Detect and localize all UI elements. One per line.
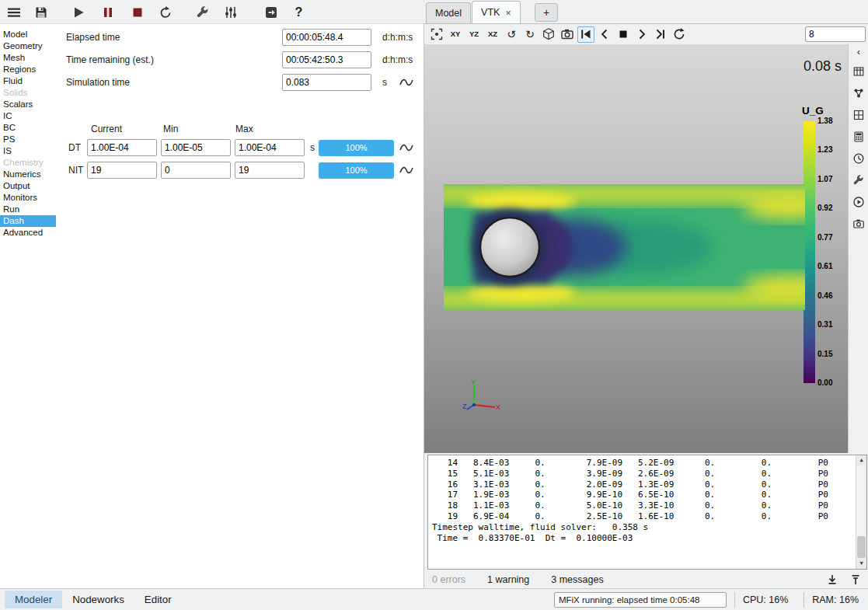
vtk-side-strip: ‹ xyxy=(848,44,868,453)
dash-panel: Elapsed time d:h:m:s Time remaining (est… xyxy=(56,24,424,588)
nit-min-input[interactable] xyxy=(161,162,231,179)
sidebar-item-model[interactable]: Model xyxy=(0,29,56,40)
sidebar-item-is[interactable]: IS xyxy=(0,145,56,157)
scroll-down-icon[interactable]: ▼ xyxy=(856,559,866,569)
previous-frame-icon[interactable] xyxy=(596,26,613,43)
frame-number-input[interactable] xyxy=(805,26,866,42)
console-line: 16 3.1E-03 0. 2.0E-09 1.3E-09 0. 0. P0 xyxy=(432,479,863,490)
sidebar-item-solids: Solids xyxy=(0,87,56,99)
console-line: Time = 0.83370E-01 Dt = 0.10000E-03 xyxy=(432,533,863,544)
nit-row-label: NIT xyxy=(68,165,83,176)
stop-playback-icon[interactable] xyxy=(615,26,632,43)
play-circle-icon[interactable] xyxy=(850,193,867,211)
nit-current-input[interactable] xyxy=(87,162,157,179)
run-icon[interactable] xyxy=(68,2,88,22)
rotate-ccw-icon[interactable]: ↺ xyxy=(503,26,520,43)
collapse-panel-icon[interactable]: ‹ xyxy=(857,46,860,58)
column-header-current: Current xyxy=(91,124,122,134)
tab-model-label: Model xyxy=(435,8,462,19)
next-frame-icon[interactable] xyxy=(633,26,650,43)
colorbar-ticks: 1.381.23 1.070.92 0.770.61 0.460.31 0.15… xyxy=(817,117,832,387)
settings-sliders-icon[interactable] xyxy=(221,2,240,22)
stop-icon[interactable] xyxy=(127,2,147,22)
sidebar-item-scalars[interactable]: Scalars xyxy=(0,99,56,110)
export-icon[interactable] xyxy=(261,2,281,22)
loop-playback-icon[interactable] xyxy=(671,26,688,43)
tab-editor[interactable]: Editor xyxy=(134,591,182,608)
dt-progress-bar: 100% xyxy=(319,140,394,156)
wrench-icon[interactable] xyxy=(193,2,212,22)
sidebar-item-monitors[interactable]: Monitors xyxy=(0,192,56,204)
simulation-time-input[interactable] xyxy=(282,74,371,91)
tool-wrench-icon[interactable] xyxy=(850,172,867,189)
nodes-icon[interactable] xyxy=(850,85,867,102)
run-status-field: MFiX running: elapsed time 0:05:48 xyxy=(554,592,727,608)
save-icon[interactable] xyxy=(31,2,51,22)
camera-icon[interactable] xyxy=(559,26,576,43)
simulation-time-plot-icon[interactable] xyxy=(398,75,415,89)
view-yz-button[interactable]: YZ xyxy=(465,26,483,43)
elapsed-time-unit: d:h:m:s xyxy=(382,32,413,43)
menu-icon[interactable] xyxy=(4,2,23,22)
nit-max-input[interactable] xyxy=(235,162,305,179)
errors-count[interactable]: 0 errors xyxy=(432,574,465,585)
reset-icon[interactable] xyxy=(155,2,175,22)
sidebar-item-output[interactable]: Output xyxy=(0,180,56,192)
console-line: 18 1.1E-03 0. 5.0E-10 3.3E-10 0. 0. P0 xyxy=(432,500,863,511)
sidebar-item-advanced[interactable]: Advanced xyxy=(0,227,56,239)
messages-count[interactable]: 3 messages xyxy=(551,574,603,585)
sidebar-item-fluid[interactable]: Fluid xyxy=(0,75,56,87)
scroll-up-icon[interactable]: ▲ xyxy=(856,455,866,465)
colorbar-title: U_G xyxy=(802,105,824,117)
dt-min-input[interactable] xyxy=(161,139,231,156)
scrollbar-thumb[interactable] xyxy=(857,536,866,558)
time-remaining-label: Time remaining (est.) xyxy=(66,54,154,65)
sidebar-item-dash[interactable]: Dash xyxy=(0,215,56,227)
sidebar-item-run[interactable]: Run xyxy=(0,204,56,215)
calculator-icon[interactable] xyxy=(850,128,867,145)
snapshot-camera-icon[interactable] xyxy=(850,215,867,232)
perspective-cube-icon[interactable] xyxy=(540,26,557,43)
tab-nodeworks[interactable]: Nodeworks xyxy=(62,591,134,608)
dt-row-label: DT xyxy=(68,142,81,153)
sidebar-item-mesh[interactable]: Mesh xyxy=(0,52,56,64)
close-icon[interactable]: × xyxy=(505,8,511,18)
clock-icon[interactable] xyxy=(850,150,867,167)
table-icon[interactable] xyxy=(850,63,867,80)
scroll-to-top-icon[interactable] xyxy=(849,573,863,587)
dt-unit: s xyxy=(310,142,315,153)
help-icon[interactable]: ? xyxy=(289,2,309,22)
tab-model[interactable]: Model xyxy=(426,2,471,23)
view-xy-button[interactable]: XY xyxy=(447,26,464,43)
console-output[interactable]: 14 8.4E-03 0. 7.9E-09 5.2E-09 0. 0. P0 1… xyxy=(427,455,867,570)
sidebar-item-regions[interactable]: Regions xyxy=(0,64,56,75)
vtk-render-view[interactable]: 0.08 s U_G 1.381.23 1.070.92 0.770.61 0.… xyxy=(424,44,848,453)
view-xz-button[interactable]: XZ xyxy=(484,26,501,43)
sidebar-item-geometry[interactable]: Geometry xyxy=(0,40,56,52)
pause-icon[interactable] xyxy=(98,2,117,22)
dt-current-input[interactable] xyxy=(87,139,157,156)
sidebar-item-numerics[interactable]: Numerics xyxy=(0,169,56,180)
elapsed-time-input[interactable] xyxy=(282,29,371,46)
reset-view-icon[interactable] xyxy=(428,26,445,43)
scroll-to-bottom-icon[interactable] xyxy=(825,573,839,587)
nit-plot-icon[interactable] xyxy=(398,163,415,177)
dt-plot-icon[interactable] xyxy=(398,141,415,155)
sidebar-item-ps[interactable]: PS xyxy=(0,134,56,145)
tab-vtk[interactable]: VTK × xyxy=(472,1,521,23)
first-frame-icon[interactable] xyxy=(577,26,594,43)
tab-modeler[interactable]: Modeler xyxy=(5,591,62,608)
console-scrollbar[interactable]: ▲ ▼ xyxy=(856,455,866,569)
mesh-icon[interactable] xyxy=(850,106,867,124)
time-remaining-input[interactable] xyxy=(282,51,371,68)
rotate-cw-icon[interactable]: ↻ xyxy=(521,26,539,43)
sidebar-item-ic[interactable]: IC xyxy=(0,110,56,122)
last-frame-icon[interactable] xyxy=(652,26,669,43)
warnings-count[interactable]: 1 warning xyxy=(487,574,529,585)
add-tab-label: + xyxy=(543,6,549,19)
console-line: 19 6.9E-04 0. 2.5E-10 1.6E-10 0. 0. P0 xyxy=(432,511,863,522)
dt-max-input[interactable] xyxy=(235,139,305,156)
sidebar-item-bc[interactable]: BC xyxy=(0,122,56,134)
message-status-row: 0 errors 1 warning 3 messages xyxy=(424,570,868,589)
add-tab-button[interactable]: + xyxy=(535,3,558,22)
